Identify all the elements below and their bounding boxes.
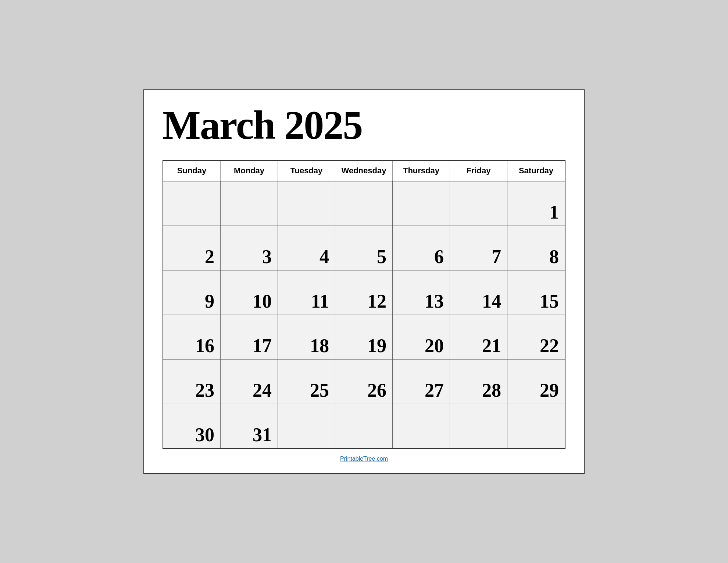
calendar-weeks: 1234567891011121314151617181920212223242…: [163, 181, 565, 448]
calendar-day-14: 14: [450, 270, 507, 315]
day-header-friday: Friday: [450, 161, 507, 181]
calendar-day-empty: [450, 404, 507, 448]
day-number: 30: [195, 425, 214, 445]
calendar-day-empty: [221, 181, 278, 226]
calendar-day-25: 25: [278, 360, 335, 404]
calendar-day-30: 30: [163, 404, 221, 448]
day-number: 14: [482, 292, 501, 311]
calendar-week-4: 16171819202122: [163, 315, 565, 360]
day-number: 22: [540, 336, 559, 355]
day-header-saturday: Saturday: [507, 161, 565, 181]
day-number: 11: [311, 292, 329, 311]
calendar-day-empty: [507, 404, 565, 448]
day-number: 9: [205, 292, 214, 311]
calendar-day-5: 5: [335, 226, 393, 270]
day-header-wednesday: Wednesday: [335, 161, 393, 181]
day-number: 23: [195, 381, 214, 400]
day-header-sunday: Sunday: [163, 161, 221, 181]
day-number: 8: [549, 247, 559, 266]
calendar-day-24: 24: [221, 360, 278, 404]
day-number: 1: [549, 203, 559, 222]
calendar-day-empty: [450, 181, 507, 226]
calendar-week-2: 2345678: [163, 226, 565, 270]
calendar-page: March 2025 SundayMondayTuesdayWednesdayT…: [143, 89, 585, 474]
calendar-day-empty: [278, 404, 335, 448]
calendar-day-23: 23: [163, 360, 221, 404]
calendar-day-12: 12: [335, 270, 393, 315]
calendar-week-3: 9101112131415: [163, 270, 565, 315]
day-number: 31: [253, 425, 272, 445]
calendar-day-11: 11: [278, 270, 335, 315]
calendar-day-10: 10: [221, 270, 278, 315]
calendar-day-18: 18: [278, 315, 335, 359]
calendar-day-7: 7: [450, 226, 507, 270]
day-number: 29: [540, 381, 559, 400]
calendar-day-1: 1: [507, 181, 565, 226]
calendar-day-27: 27: [393, 360, 450, 404]
day-number: 10: [253, 292, 272, 311]
calendar-day-20: 20: [393, 315, 450, 359]
calendar-week-6: 3031: [163, 404, 565, 448]
day-headers-row: SundayMondayTuesdayWednesdayThursdayFrid…: [163, 161, 565, 181]
calendar-day-6: 6: [393, 226, 450, 270]
calendar-day-13: 13: [393, 270, 450, 315]
day-header-monday: Monday: [221, 161, 278, 181]
calendar-day-empty: [393, 181, 450, 226]
day-number: 20: [425, 336, 444, 355]
day-number: 18: [310, 336, 329, 355]
calendar-week-5: 23242526272829: [163, 360, 565, 404]
day-number: 27: [425, 381, 444, 400]
calendar-day-empty: [393, 404, 450, 448]
calendar-day-17: 17: [221, 315, 278, 359]
day-number: 2: [205, 247, 214, 266]
calendar-day-empty: [335, 404, 393, 448]
calendar-day-2: 2: [163, 226, 221, 270]
calendar-day-22: 22: [507, 315, 565, 359]
calendar-day-21: 21: [450, 315, 507, 359]
calendar-day-19: 19: [335, 315, 393, 359]
calendar-day-8: 8: [507, 226, 565, 270]
day-number: 16: [195, 336, 214, 355]
calendar-day-empty: [335, 181, 393, 226]
day-number: 6: [434, 247, 444, 266]
calendar-day-3: 3: [221, 226, 278, 270]
day-number: 24: [253, 381, 272, 400]
calendar-day-15: 15: [507, 270, 565, 315]
day-number: 5: [377, 247, 386, 266]
day-header-thursday: Thursday: [393, 161, 450, 181]
calendar-day-28: 28: [450, 360, 507, 404]
day-number: 26: [367, 381, 386, 400]
day-number: 25: [310, 381, 329, 400]
day-number: 28: [482, 381, 501, 400]
day-number: 13: [425, 292, 444, 311]
calendar-day-empty: [278, 181, 335, 226]
day-number: 15: [540, 292, 559, 311]
day-number: 19: [367, 336, 386, 355]
calendar-grid: SundayMondayTuesdayWednesdayThursdayFrid…: [163, 160, 565, 449]
calendar-day-31: 31: [221, 404, 278, 448]
calendar-week-1: 1: [163, 181, 565, 226]
calendar-day-empty: [163, 181, 221, 226]
calendar-day-16: 16: [163, 315, 221, 359]
day-header-tuesday: Tuesday: [278, 161, 335, 181]
day-number: 4: [320, 247, 329, 266]
calendar-day-4: 4: [278, 226, 335, 270]
day-number: 21: [482, 336, 501, 355]
day-number: 7: [492, 247, 501, 266]
footer-link[interactable]: PrintableTree.com: [163, 456, 565, 462]
calendar-day-9: 9: [163, 270, 221, 315]
day-number: 3: [262, 247, 272, 266]
day-number: 12: [367, 292, 386, 311]
day-number: 17: [253, 336, 272, 355]
page-title: March 2025: [163, 105, 565, 145]
calendar-day-26: 26: [335, 360, 393, 404]
calendar-day-29: 29: [507, 360, 565, 404]
